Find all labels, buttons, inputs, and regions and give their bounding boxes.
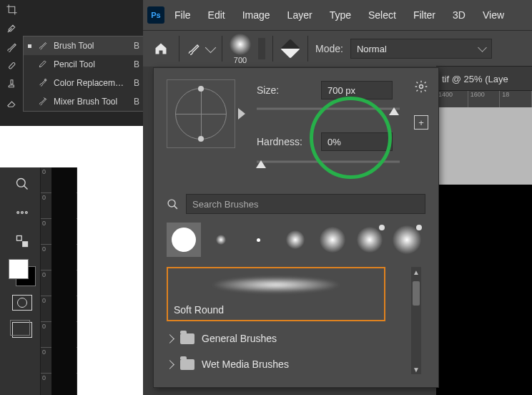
brush-preview-dropdown[interactable] [258, 38, 265, 59]
menu-layer[interactable]: Layer [280, 0, 320, 30]
mode-select[interactable]: Normal [350, 39, 492, 59]
menu-select[interactable]: Select [361, 0, 403, 30]
menubar: Ps File Edit Image Layer Type Select Fil… [143, 0, 532, 30]
eyedropper-icon[interactable] [0, 19, 23, 37]
canvas-image[interactable] [436, 185, 532, 395]
left-image-edge [51, 167, 77, 395]
flyout-item-pencil[interactable]: Pencil Tool B [24, 55, 144, 74]
flyout-item-shortcut: B [134, 78, 139, 88]
hardness-input[interactable]: 0% [321, 132, 393, 151]
healing-icon[interactable] [0, 56, 23, 74]
folder-icon [180, 359, 194, 370]
ruler-tick: 0 [42, 374, 46, 381]
scroll-down-icon[interactable]: ▼ [411, 364, 421, 374]
crop-icon[interactable] [0, 0, 23, 19]
folder-label: Wet Media Brushes [202, 359, 289, 370]
svg-point-4 [21, 212, 24, 214]
search-icon [167, 198, 179, 210]
scroll-thumb[interactable] [413, 281, 420, 306]
angle-handle-icon[interactable] [198, 86, 204, 92]
chevron-right-icon[interactable] [165, 360, 174, 369]
ruler-tick: 0 [42, 297, 46, 304]
ruler-tick: 0 [42, 348, 46, 356]
size-input[interactable]: 700 px [321, 81, 393, 99]
slider-thumb-icon[interactable] [389, 107, 399, 115]
chevron-right-icon[interactable] [165, 334, 174, 343]
gear-icon[interactable] [414, 79, 428, 94]
flyout-item-shortcut: B [134, 97, 139, 107]
flyout-item-brush[interactable]: Brush Tool B [24, 36, 144, 55]
brush-angle-control[interactable] [167, 79, 235, 148]
brush-list-scrollbar[interactable]: ▲ ▼ [411, 267, 421, 374]
ruler-tick: 0 [42, 323, 46, 330]
hardness-slider[interactable] [257, 157, 400, 167]
svg-point-9 [168, 200, 175, 207]
tool-preset-picker[interactable] [187, 42, 215, 56]
document-tab[interactable]: tif @ 25% (Laye [436, 66, 532, 91]
home-icon[interactable] [150, 38, 172, 59]
brush-thumb[interactable] [167, 223, 201, 257]
svg-point-2 [17, 179, 26, 187]
slider-thumb-icon[interactable] [256, 160, 266, 168]
separator [272, 36, 273, 62]
selected-marker-icon [26, 62, 32, 67]
flyout-item-label: Brush Tool [54, 41, 128, 51]
menu-type[interactable]: Type [322, 0, 358, 30]
swap-colors-icon[interactable] [10, 230, 34, 252]
new-brush-icon[interactable]: + [414, 115, 428, 130]
svg-point-3 [17, 212, 19, 214]
foreground-color[interactable] [9, 259, 29, 279]
flyout-item-shortcut: B [134, 41, 139, 51]
brush-preview-picker[interactable]: 700 [230, 34, 251, 64]
menu-file[interactable]: File [167, 0, 198, 30]
brush-preview-size: 700 [234, 56, 247, 64]
document-tab-title: tif @ 25% (Laye [442, 74, 508, 84]
quick-mask-icon[interactable] [10, 293, 34, 312]
brush-folder[interactable]: Wet Media Brushes [167, 351, 405, 377]
separator [179, 36, 179, 62]
menu-edit[interactable]: Edit [201, 0, 232, 30]
menu-filter[interactable]: Filter [406, 0, 443, 30]
size-slider[interactable] [257, 104, 400, 114]
brush-settings-popover: + Size: 700 px Hardness: 0% Search Brush… [153, 67, 439, 388]
menu-3d[interactable]: 3D [445, 0, 473, 30]
ruler-tick: 18 [500, 91, 532, 108]
brush-icon[interactable] [0, 37, 23, 56]
brush-thumb[interactable] [390, 223, 424, 257]
brush-thumb[interactable] [315, 223, 350, 257]
ruler-tick: 0 [42, 168, 46, 175]
ruler-tick: 1600 [468, 91, 501, 108]
scroll-up-icon[interactable]: ▲ [411, 267, 421, 277]
brush-folder[interactable]: General Brushes [167, 326, 405, 351]
flyout-item-mixer-brush[interactable]: Mixer Brush Tool B [24, 92, 144, 111]
angle-handle-icon[interactable] [198, 136, 204, 142]
flip-brush-icon[interactable] [238, 108, 245, 120]
menu-view[interactable]: View [476, 0, 511, 30]
brush-thumb[interactable] [353, 223, 387, 257]
folder-label: General Brushes [202, 333, 277, 344]
brush-panel-icon[interactable] [280, 39, 300, 59]
pencil-icon [38, 59, 48, 71]
screen-mode-icon[interactable] [10, 319, 34, 341]
selected-marker-icon [26, 80, 32, 86]
left-toolbar-strip: 0 0 0 0 0 0 0 0 0 [0, 167, 77, 395]
svg-point-8 [420, 85, 423, 89]
mixer-brush-icon [38, 96, 48, 108]
flyout-item-label: Mixer Brush Tool [54, 97, 128, 107]
more-tools-icon[interactable] [10, 202, 34, 223]
svg-rect-6 [17, 236, 22, 241]
brush-thumb[interactable] [204, 223, 238, 257]
brush-thumb[interactable] [241, 223, 275, 257]
current-brush-preset[interactable]: Soft Round [167, 267, 385, 321]
menu-image[interactable]: Image [235, 0, 277, 30]
flyout-item-color-replace[interactable]: Color Replacement Tool B [24, 74, 144, 92]
eraser-icon[interactable] [0, 93, 23, 112]
brush-thumb[interactable] [278, 223, 312, 257]
color-swatch[interactable] [9, 259, 36, 286]
folder-icon [180, 333, 194, 344]
photoshop-logo-icon[interactable]: Ps [147, 6, 164, 24]
search-brushes-input[interactable]: Search Brushes [186, 194, 425, 214]
stamp-icon[interactable] [0, 74, 23, 93]
pin-icon [416, 225, 422, 230]
zoom-icon[interactable] [10, 173, 34, 195]
